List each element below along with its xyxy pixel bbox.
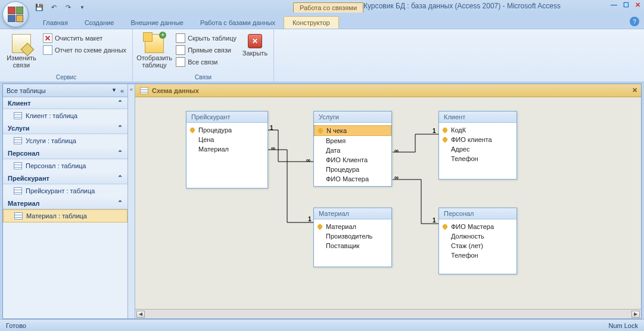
direct-rel-icon	[176, 45, 185, 55]
field[interactable]: N чека	[314, 125, 391, 136]
tab-design[interactable]: Конструктор	[284, 16, 339, 29]
office-button[interactable]	[2, 1, 29, 27]
qat-dropdown-icon[interactable]: ▼	[76, 2, 88, 13]
undo-icon[interactable]: ↶	[48, 2, 60, 13]
field[interactable]: Материал	[186, 144, 267, 154]
field[interactable]: Процедура	[186, 125, 267, 135]
cardinality-many: ∞	[394, 147, 399, 154]
close-relationships-button[interactable]: ✕ Закрыть	[241, 32, 269, 73]
title-bar: 💾 ↶ ↷ ▼ Работа со связями Курсовик БД : …	[0, 0, 644, 14]
nav-group-preiskurant[interactable]: Прейскурант⌃	[3, 172, 127, 184]
nav-filter-dropdown-icon[interactable]: ▼	[111, 87, 117, 94]
cardinality-many: ∞	[394, 174, 399, 181]
nav-group-material[interactable]: Материал⌃	[3, 197, 127, 209]
cardinality-many: ∞	[306, 157, 310, 163]
minimize-button[interactable]: —	[611, 1, 617, 9]
table-icon	[14, 137, 22, 144]
table-klient[interactable]: Клиент КодК ФИО клиента Адрес Телефон	[438, 111, 517, 180]
redo-icon[interactable]: ↷	[62, 2, 74, 13]
close-icon: ✕	[248, 34, 262, 48]
edit-relationships-icon	[12, 34, 31, 53]
hide-table-button[interactable]: Скрыть таблицу	[175, 33, 238, 44]
window-title: Курсовик БД : база данных (Access 2007) …	[363, 2, 561, 10]
schema-icon	[140, 87, 148, 94]
all-relationships-button[interactable]: Все связи	[175, 57, 238, 67]
cardinality-one: 1	[308, 216, 312, 222]
tab-home[interactable]: Главная	[35, 17, 76, 29]
maximize-button[interactable]: ☐	[623, 1, 629, 9]
field[interactable]: ФИО Мастера	[439, 222, 517, 231]
nav-collapse-icon[interactable]: «	[120, 87, 124, 94]
hide-table-icon	[176, 33, 185, 43]
close-button[interactable]: ✕	[635, 1, 640, 9]
tab-external-data[interactable]: Внешние данные	[123, 17, 192, 29]
field[interactable]: Время	[314, 136, 391, 146]
table-icon	[14, 112, 22, 119]
field[interactable]: Телефон	[439, 154, 517, 163]
field[interactable]: ФИО Клиента	[314, 155, 391, 165]
clear-layout-button[interactable]: Очистить макет	[42, 33, 127, 44]
field[interactable]: Цена	[186, 135, 267, 144]
scroll-left-icon[interactable]: ◀	[136, 311, 145, 318]
nav-item-material-table[interactable]: Материал : таблица	[3, 209, 127, 222]
clear-icon	[43, 33, 52, 43]
status-bar: Готово Num Lock	[0, 319, 644, 331]
schema-tab[interactable]: Схема данных ✕	[135, 84, 641, 97]
field[interactable]: ФИО Мастера	[314, 174, 391, 184]
scroll-right-icon[interactable]: ▶	[631, 311, 640, 318]
horizontal-scrollbar[interactable]: ◀ ▶	[135, 309, 641, 318]
cardinality-one: 1	[433, 128, 436, 134]
show-table-icon	[145, 34, 164, 53]
nav-item-preiskurant-table[interactable]: Прейскурант : таблица	[3, 184, 127, 197]
field[interactable]: ФИО клиента	[439, 135, 517, 144]
field[interactable]: Адрес	[439, 144, 517, 154]
ribbon-group-relationships: Отобразить таблицу Скрыть таблицу Прямые…	[133, 29, 274, 82]
field[interactable]: Материал	[314, 222, 391, 231]
context-tab-title: Работа со связями	[293, 2, 363, 13]
quick-access-toolbar: 💾 ↶ ↷ ▼	[33, 2, 88, 13]
ribbon-group-tools: Изменить связи Очистить макет Отчет по с…	[0, 29, 133, 82]
direct-relationships-button[interactable]: Прямые связи	[175, 45, 238, 55]
status-numlock: Num Lock	[608, 322, 638, 329]
cardinality-one: 1	[270, 125, 273, 131]
field[interactable]: Дата	[314, 146, 391, 155]
show-table-button[interactable]: Отобразить таблицу	[138, 32, 171, 73]
field[interactable]: КодК	[439, 125, 517, 135]
table-personal[interactable]: Персонал ФИО Мастера Должность Стаж (лет…	[438, 208, 517, 274]
nav-group-uslugi[interactable]: Услуги⌃	[3, 122, 127, 134]
relationship-report-button[interactable]: Отчет по схеме данных	[42, 45, 127, 55]
status-ready: Готово	[6, 322, 26, 329]
cardinality-one: 1	[433, 217, 436, 224]
save-icon[interactable]: 💾	[33, 2, 45, 13]
all-rel-icon	[176, 57, 185, 67]
main-area: Все таблицы ▼« Клиент⌃ Клиент : таблица …	[2, 83, 642, 319]
ribbon: Изменить связи Очистить макет Отчет по с…	[0, 29, 644, 82]
relationships-canvas[interactable]: 1 ∞ ∞ 1 ∞ ∞ 1 1 Прейскурант Процедура Це…	[135, 97, 641, 309]
chevron-up-icon: ⌃	[117, 99, 123, 107]
nav-item-uslugi-table[interactable]: Услуги : таблица	[3, 134, 127, 147]
field[interactable]: Стаж (лет)	[439, 241, 517, 250]
table-icon	[14, 212, 23, 219]
nav-group-personal[interactable]: Персонал⌃	[3, 147, 127, 159]
nav-header[interactable]: Все таблицы ▼«	[3, 84, 127, 97]
table-icon	[14, 187, 22, 194]
table-uslugi[interactable]: Услуги N чека Время Дата ФИО Клиента Про…	[313, 111, 392, 187]
table-material[interactable]: Материал Материал Производитель Поставщи…	[313, 208, 392, 267]
nav-item-klient-table[interactable]: Клиент : таблица	[3, 109, 127, 122]
cardinality-many: ∞	[271, 145, 275, 151]
table-preiskurant[interactable]: Прейскурант Процедура Цена Материал	[186, 111, 268, 188]
field[interactable]: Процедура	[314, 165, 391, 174]
edit-relationships-button[interactable]: Изменить связи	[5, 32, 38, 73]
nav-splitter[interactable]: «	[128, 84, 135, 318]
nav-item-personal-table[interactable]: Персонал : таблица	[3, 159, 127, 172]
nav-group-klient[interactable]: Клиент⌃	[3, 97, 127, 109]
help-icon[interactable]: ?	[630, 17, 639, 26]
field[interactable]: Поставщик	[314, 241, 391, 250]
field[interactable]: Телефон	[439, 250, 517, 260]
tab-create[interactable]: Создание	[76, 17, 123, 29]
tab-close-icon[interactable]: ✕	[632, 86, 637, 94]
field[interactable]: Производитель	[314, 231, 391, 241]
field[interactable]: Должность	[439, 231, 517, 241]
tab-database-tools[interactable]: Работа с базами данных	[192, 17, 284, 29]
canvas-wrap: Схема данных ✕ 1 ∞ ∞ 1 ∞ ∞ 1 1 Прейскура…	[135, 84, 641, 318]
